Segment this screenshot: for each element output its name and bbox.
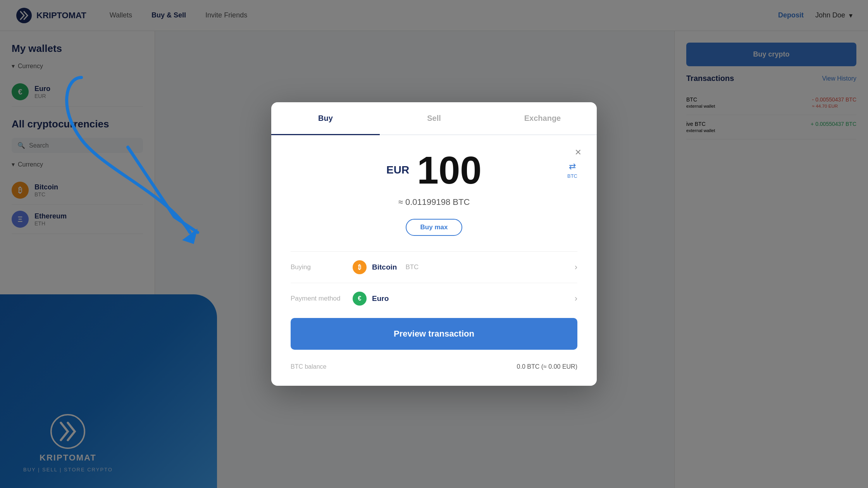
swap-button[interactable]: ⇄ BTC	[567, 162, 577, 179]
bitcoin-name: Bitcoin	[372, 263, 397, 271]
btc-balance-label: BTC balance	[291, 363, 327, 370]
amount-section: EUR 100 ⇄ BTC	[291, 151, 577, 189]
tab-exchange[interactable]: Exchange	[488, 102, 597, 134]
bitcoin-selector-value: ₿ Bitcoin BTC	[353, 260, 575, 274]
buy-max-button[interactable]: Buy max	[406, 219, 463, 236]
swap-label: BTC	[567, 173, 577, 179]
buying-selector[interactable]: Buying ₿ Bitcoin BTC ›	[291, 251, 577, 283]
swap-arrows-icon: ⇄	[569, 162, 576, 172]
tab-buy[interactable]: Buy	[271, 102, 380, 134]
bitcoin-symbol: BTC	[405, 263, 418, 271]
payment-method-selector[interactable]: Payment method € Euro ›	[291, 283, 577, 314]
modal: Buy Sell Exchange × EUR 100 ⇄ BTC ≈ 0.01…	[271, 102, 597, 386]
euro-selector-value: € Euro	[353, 292, 575, 306]
btc-equivalent: ≈ 0.01199198 BTC	[291, 197, 577, 207]
euro-name: Euro	[372, 294, 389, 303]
buying-label: Buying	[291, 263, 353, 271]
btc-balance-value: 0.0 BTC (≈ 0.00 EUR)	[517, 363, 577, 370]
modal-body: × EUR 100 ⇄ BTC ≈ 0.01199198 BTC Buy max…	[271, 135, 597, 386]
amount-value[interactable]: 100	[417, 151, 482, 189]
modal-tabs: Buy Sell Exchange	[271, 102, 597, 135]
tab-sell[interactable]: Sell	[380, 102, 488, 134]
buying-selector-chevron-icon: ›	[575, 262, 577, 272]
balance-row: BTC balance 0.0 BTC (≈ 0.00 EUR)	[291, 359, 577, 370]
bitcoin-coin-icon: ₿	[353, 260, 367, 274]
payment-selector-chevron-icon: ›	[575, 294, 577, 304]
currency-label: EUR	[386, 164, 409, 176]
euro-coin-icon: €	[353, 292, 367, 306]
preview-transaction-button[interactable]: Preview transaction	[291, 318, 577, 350]
payment-method-label: Payment method	[291, 295, 353, 302]
